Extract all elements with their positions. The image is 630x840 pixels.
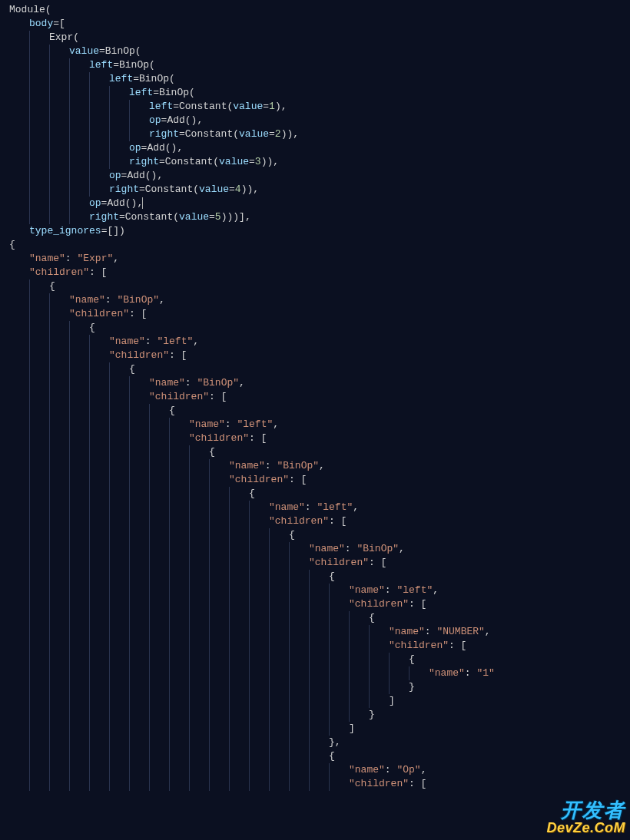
code-line[interactable]: "name": "Expr", bbox=[9, 252, 630, 266]
indent-guide bbox=[69, 763, 89, 777]
indent-guide bbox=[129, 445, 149, 459]
code-line[interactable]: left=BinOp( bbox=[9, 86, 630, 100]
indent-guide bbox=[189, 556, 209, 570]
token: "BinOp" bbox=[197, 377, 239, 389]
code-line[interactable]: right=Constant(value=5)))], bbox=[9, 210, 630, 224]
code-line[interactable]: "name": "1" bbox=[9, 666, 630, 680]
code-line[interactable]: "name": "left", bbox=[9, 418, 630, 432]
code-line[interactable]: op=Add(), bbox=[9, 141, 630, 155]
code-line[interactable]: { bbox=[9, 321, 630, 335]
code-line[interactable]: value=BinOp( bbox=[9, 45, 630, 58]
code-line[interactable]: "children": [ bbox=[9, 556, 630, 570]
indent-guide bbox=[89, 514, 109, 528]
token: value bbox=[179, 211, 209, 223]
code-line[interactable]: "name": "BinOp", bbox=[9, 376, 630, 390]
indent-guide bbox=[189, 528, 209, 542]
code-line[interactable]: "name": "left", bbox=[9, 335, 630, 349]
watermark-cn: 开发者 bbox=[546, 800, 625, 821]
indent-guide bbox=[129, 542, 149, 556]
code-line[interactable]: "name": "NUMBER", bbox=[9, 625, 630, 639]
token: : [ bbox=[129, 308, 147, 319]
code-line[interactable]: "children": [ bbox=[9, 349, 630, 362]
indent-guide bbox=[29, 349, 49, 362]
indent-guide bbox=[49, 169, 69, 183]
code-line[interactable]: { bbox=[9, 404, 630, 418]
code-line[interactable]: { bbox=[9, 570, 630, 584]
code-line[interactable]: "name": "BinOp", bbox=[9, 542, 630, 556]
token: )), bbox=[281, 128, 299, 140]
code-line[interactable]: "children": [ bbox=[9, 390, 630, 404]
indent-guide bbox=[169, 584, 189, 597]
code-line[interactable]: "name": "left", bbox=[9, 501, 630, 514]
code-line[interactable]: op=Add(), bbox=[9, 169, 630, 183]
code-line[interactable]: op=Add(), bbox=[9, 114, 630, 127]
indent-guide bbox=[149, 459, 169, 473]
code-line[interactable]: "children": [ bbox=[9, 514, 630, 528]
code-line[interactable]: Module( bbox=[9, 3, 630, 17]
code-content: "children": [ bbox=[389, 639, 466, 653]
indent-guide bbox=[169, 611, 189, 625]
token: left bbox=[109, 73, 133, 84]
token: left bbox=[89, 59, 113, 71]
code-line[interactable]: "name": "left", bbox=[9, 584, 630, 597]
indent-guide bbox=[189, 777, 209, 791]
code-line[interactable]: { bbox=[9, 279, 630, 293]
indent-guide bbox=[149, 625, 169, 639]
code-line[interactable]: right=Constant(value=4)), bbox=[9, 183, 630, 197]
code-line[interactable]: op=Add(), bbox=[9, 197, 630, 210]
code-line[interactable]: { bbox=[9, 611, 630, 625]
code-line[interactable]: } bbox=[9, 708, 630, 722]
code-line[interactable]: { bbox=[9, 238, 630, 252]
indent-guide bbox=[69, 197, 89, 210]
token: : bbox=[345, 543, 357, 554]
indent-guide bbox=[369, 694, 389, 708]
code-line[interactable]: "children": [ bbox=[9, 432, 630, 445]
token: { bbox=[129, 363, 135, 375]
code-line[interactable]: "children": [ bbox=[9, 266, 630, 279]
indent-guide bbox=[129, 570, 149, 584]
token: "left" bbox=[237, 418, 273, 430]
code-line[interactable]: { bbox=[9, 487, 630, 501]
indent-guide bbox=[49, 597, 69, 611]
code-line[interactable]: right=Constant(value=2)), bbox=[9, 127, 630, 141]
code-line[interactable]: ] bbox=[9, 722, 630, 736]
code-line[interactable]: { bbox=[9, 653, 630, 666]
code-line[interactable]: { bbox=[9, 445, 630, 459]
code-line[interactable]: "children": [ bbox=[9, 473, 630, 487]
code-line[interactable]: { bbox=[9, 528, 630, 542]
indent-guide bbox=[349, 666, 369, 680]
code-line[interactable]: "children": [ bbox=[9, 639, 630, 653]
indent-guide bbox=[69, 694, 89, 708]
indent-guide bbox=[209, 708, 229, 722]
code-line[interactable]: "name": "BinOp", bbox=[9, 293, 630, 307]
code-line[interactable]: }, bbox=[9, 736, 630, 749]
code-line[interactable]: } bbox=[9, 680, 630, 694]
code-line[interactable]: "children": [ bbox=[9, 597, 630, 611]
code-line[interactable]: type_ignores=[]) bbox=[9, 224, 630, 238]
indent-guide bbox=[189, 749, 209, 763]
indent-guide bbox=[49, 86, 69, 100]
code-line[interactable]: "children": [ bbox=[9, 777, 630, 791]
indent-guide bbox=[149, 639, 169, 653]
code-line[interactable]: body=[ bbox=[9, 17, 630, 31]
code-line[interactable]: { bbox=[9, 749, 630, 763]
code-content: type_ignores=[]) bbox=[29, 224, 125, 238]
indent-guide bbox=[289, 694, 309, 708]
code-line[interactable]: left=Constant(value=1), bbox=[9, 100, 630, 114]
indent-guide bbox=[89, 459, 109, 473]
token: : [ bbox=[409, 778, 426, 789]
token: , bbox=[421, 764, 427, 776]
code-editor[interactable]: Module(body=[Expr(value=BinOp(left=BinOp… bbox=[0, 0, 630, 791]
code-line[interactable]: right=Constant(value=3)), bbox=[9, 155, 630, 169]
code-line[interactable]: ] bbox=[9, 694, 630, 708]
indent-guide bbox=[69, 514, 89, 528]
code-line[interactable]: "name": "BinOp", bbox=[9, 459, 630, 473]
code-line[interactable]: Expr( bbox=[9, 31, 630, 45]
code-line[interactable]: left=BinOp( bbox=[9, 58, 630, 72]
code-line[interactable]: left=BinOp( bbox=[9, 72, 630, 86]
indent-guide bbox=[269, 653, 289, 666]
code-line[interactable]: "name": "Op", bbox=[9, 763, 630, 777]
code-line[interactable]: "children": [ bbox=[9, 307, 630, 321]
code-line[interactable]: { bbox=[9, 362, 630, 376]
token: right bbox=[109, 184, 139, 195]
